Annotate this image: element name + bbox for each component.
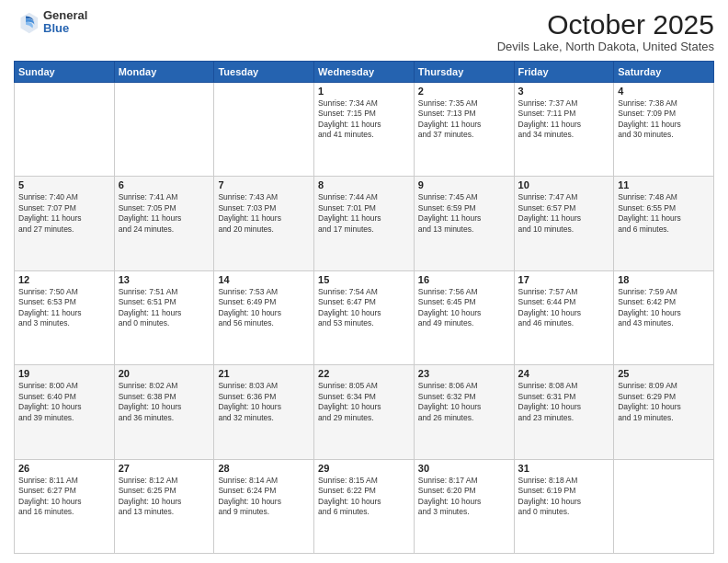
- day-number: 26: [18, 463, 110, 474]
- day-number: 30: [418, 463, 510, 474]
- table-row: 12Sunrise: 7:50 AMSunset: 6:53 PMDayligh…: [15, 270, 115, 364]
- day-info: Sunrise: 8:12 AMSunset: 6:25 PMDaylight:…: [119, 476, 210, 518]
- day-number: 8: [318, 179, 410, 190]
- day-info: Sunrise: 8:11 AMSunset: 6:27 PMDaylight:…: [18, 476, 110, 518]
- table-row: 20Sunrise: 8:02 AMSunset: 6:38 PMDayligh…: [114, 365, 214, 459]
- table-row: [614, 459, 714, 553]
- day-info: Sunrise: 8:15 AMSunset: 6:22 PMDaylight:…: [318, 476, 410, 518]
- page: General Blue October 2025 Devils Lake, N…: [0, 0, 728, 563]
- header-monday: Monday: [114, 62, 214, 83]
- day-number: 20: [119, 368, 210, 379]
- day-info: Sunrise: 8:00 AMSunset: 6:40 PMDaylight:…: [18, 381, 110, 423]
- day-number: 18: [618, 274, 710, 285]
- day-info: Sunrise: 7:47 AMSunset: 6:57 PMDaylight:…: [518, 192, 610, 235]
- day-info: Sunrise: 8:17 AMSunset: 6:20 PMDaylight:…: [418, 476, 510, 518]
- day-number: 4: [618, 86, 710, 97]
- header-thursday: Thursday: [414, 62, 514, 83]
- table-row: 22Sunrise: 8:05 AMSunset: 6:34 PMDayligh…: [314, 365, 415, 459]
- table-row: 27Sunrise: 8:12 AMSunset: 6:25 PMDayligh…: [114, 459, 214, 553]
- header: General Blue October 2025 Devils Lake, N…: [14, 9, 714, 53]
- table-row: 7Sunrise: 7:43 AMSunset: 7:03 PMDaylight…: [214, 177, 314, 270]
- day-number: 22: [318, 368, 410, 379]
- day-number: 7: [218, 179, 310, 190]
- day-info: Sunrise: 7:57 AMSunset: 6:44 PMDaylight:…: [518, 287, 610, 329]
- table-row: 23Sunrise: 8:06 AMSunset: 6:32 PMDayligh…: [414, 365, 514, 459]
- day-info: Sunrise: 8:03 AMSunset: 6:36 PMDaylight:…: [218, 381, 310, 423]
- calendar-table: Sunday Monday Tuesday Wednesday Thursday…: [14, 61, 714, 554]
- day-info: Sunrise: 7:59 AMSunset: 6:42 PMDaylight:…: [618, 287, 710, 329]
- table-row: 8Sunrise: 7:44 AMSunset: 7:01 PMDaylight…: [314, 177, 415, 270]
- day-number: 29: [318, 463, 410, 474]
- table-row: 5Sunrise: 7:40 AMSunset: 7:07 PMDaylight…: [15, 177, 115, 270]
- day-number: 19: [18, 368, 110, 379]
- day-number: 23: [418, 368, 510, 379]
- month-title: October 2025: [497, 9, 714, 40]
- day-number: 10: [518, 179, 610, 190]
- table-row: 18Sunrise: 7:59 AMSunset: 6:42 PMDayligh…: [614, 270, 714, 364]
- day-info: Sunrise: 7:41 AMSunset: 7:05 PMDaylight:…: [119, 192, 210, 235]
- title-block: October 2025 Devils Lake, North Dakota, …: [497, 9, 714, 53]
- day-number: 1: [318, 86, 410, 97]
- table-row: [15, 83, 115, 177]
- table-row: 16Sunrise: 7:56 AMSunset: 6:45 PMDayligh…: [414, 270, 514, 364]
- day-info: Sunrise: 8:05 AMSunset: 6:34 PMDaylight:…: [318, 381, 410, 423]
- day-info: Sunrise: 7:48 AMSunset: 6:55 PMDaylight:…: [618, 192, 710, 235]
- day-info: Sunrise: 7:53 AMSunset: 6:49 PMDaylight:…: [218, 287, 310, 329]
- logo-general-text: General: [43, 9, 87, 22]
- day-info: Sunrise: 7:34 AMSunset: 7:15 PMDaylight:…: [318, 98, 410, 141]
- day-info: Sunrise: 8:02 AMSunset: 6:38 PMDaylight:…: [119, 381, 210, 423]
- table-row: 28Sunrise: 8:14 AMSunset: 6:24 PMDayligh…: [214, 459, 314, 553]
- day-info: Sunrise: 7:51 AMSunset: 6:51 PMDaylight:…: [119, 287, 210, 329]
- weekday-header-row: Sunday Monday Tuesday Wednesday Thursday…: [15, 62, 714, 83]
- calendar-week-row: 19Sunrise: 8:00 AMSunset: 6:40 PMDayligh…: [15, 365, 714, 459]
- table-row: 9Sunrise: 7:45 AMSunset: 6:59 PMDaylight…: [414, 177, 514, 270]
- day-info: Sunrise: 8:14 AMSunset: 6:24 PMDaylight:…: [218, 476, 310, 518]
- calendar-week-row: 5Sunrise: 7:40 AMSunset: 7:07 PMDaylight…: [15, 177, 714, 270]
- table-row: 19Sunrise: 8:00 AMSunset: 6:40 PMDayligh…: [15, 365, 115, 459]
- day-info: Sunrise: 7:44 AMSunset: 7:01 PMDaylight:…: [318, 192, 410, 235]
- logo: General Blue: [14, 9, 87, 36]
- day-number: 31: [518, 463, 610, 474]
- calendar-week-row: 26Sunrise: 8:11 AMSunset: 6:27 PMDayligh…: [15, 459, 714, 553]
- logo-blue-text: Blue: [43, 22, 87, 35]
- day-number: 6: [119, 179, 210, 190]
- location-title: Devils Lake, North Dakota, United States: [497, 40, 714, 53]
- table-row: 11Sunrise: 7:48 AMSunset: 6:55 PMDayligh…: [614, 177, 714, 270]
- table-row: 10Sunrise: 7:47 AMSunset: 6:57 PMDayligh…: [514, 177, 614, 270]
- table-row: 17Sunrise: 7:57 AMSunset: 6:44 PMDayligh…: [514, 270, 614, 364]
- day-info: Sunrise: 7:43 AMSunset: 7:03 PMDaylight:…: [218, 192, 310, 235]
- day-info: Sunrise: 7:50 AMSunset: 6:53 PMDaylight:…: [18, 287, 110, 329]
- day-number: 24: [518, 368, 610, 379]
- header-wednesday: Wednesday: [314, 62, 415, 83]
- day-number: 21: [218, 368, 310, 379]
- table-row: 15Sunrise: 7:54 AMSunset: 6:47 PMDayligh…: [314, 270, 415, 364]
- day-number: 12: [18, 274, 110, 285]
- day-number: 9: [418, 179, 510, 190]
- day-info: Sunrise: 7:40 AMSunset: 7:07 PMDaylight:…: [18, 192, 110, 235]
- day-info: Sunrise: 7:37 AMSunset: 7:11 PMDaylight:…: [518, 98, 610, 141]
- day-number: 2: [418, 86, 510, 97]
- table-row: 26Sunrise: 8:11 AMSunset: 6:27 PMDayligh…: [15, 459, 115, 553]
- day-number: 27: [119, 463, 210, 474]
- table-row: 25Sunrise: 8:09 AMSunset: 6:29 PMDayligh…: [614, 365, 714, 459]
- header-tuesday: Tuesday: [214, 62, 314, 83]
- header-saturday: Saturday: [614, 62, 714, 83]
- day-number: 11: [618, 179, 710, 190]
- day-info: Sunrise: 8:06 AMSunset: 6:32 PMDaylight:…: [418, 381, 510, 423]
- table-row: 30Sunrise: 8:17 AMSunset: 6:20 PMDayligh…: [414, 459, 514, 553]
- day-info: Sunrise: 7:54 AMSunset: 6:47 PMDaylight:…: [318, 287, 410, 329]
- header-sunday: Sunday: [15, 62, 115, 83]
- day-number: 14: [218, 274, 310, 285]
- calendar-week-row: 12Sunrise: 7:50 AMSunset: 6:53 PMDayligh…: [15, 270, 714, 364]
- day-info: Sunrise: 7:38 AMSunset: 7:09 PMDaylight:…: [618, 98, 710, 141]
- day-info: Sunrise: 7:56 AMSunset: 6:45 PMDaylight:…: [418, 287, 510, 329]
- table-row: 13Sunrise: 7:51 AMSunset: 6:51 PMDayligh…: [114, 270, 214, 364]
- table-row: 29Sunrise: 8:15 AMSunset: 6:22 PMDayligh…: [314, 459, 415, 553]
- table-row: 6Sunrise: 7:41 AMSunset: 7:05 PMDaylight…: [114, 177, 214, 270]
- day-number: 25: [618, 368, 710, 379]
- day-number: 15: [318, 274, 410, 285]
- day-number: 3: [518, 86, 610, 97]
- table-row: 4Sunrise: 7:38 AMSunset: 7:09 PMDaylight…: [614, 83, 714, 177]
- day-info: Sunrise: 7:35 AMSunset: 7:13 PMDaylight:…: [418, 98, 510, 141]
- day-info: Sunrise: 8:18 AMSunset: 6:19 PMDaylight:…: [518, 476, 610, 518]
